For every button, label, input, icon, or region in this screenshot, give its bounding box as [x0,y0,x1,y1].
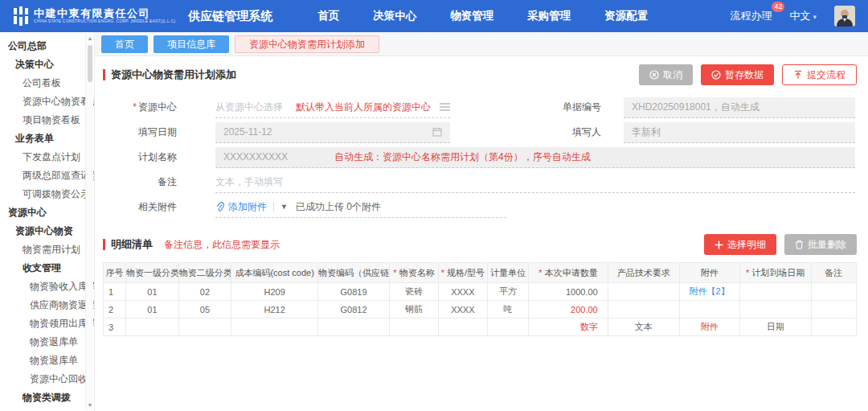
sidebar-item[interactable]: 物资调拨单 [0,407,94,411]
table-cell: 01 [126,283,179,301]
nav-item[interactable]: 首页 [317,9,339,23]
sidebar-item[interactable]: 物资类调拨 [0,388,94,407]
sidebar-item[interactable]: 决策中心 [0,55,94,74]
sidebar-item[interactable]: 两级总部巡查记录 [0,166,94,185]
sidebar-item[interactable]: 收支管理 [0,259,94,277]
table-cell: H209 [231,283,318,301]
process-center-link[interactable]: 流程办理 42 [730,9,772,23]
user-avatar[interactable] [834,6,855,27]
tab[interactable]: 资源中心物资需用计划添加 [235,35,379,53]
title-marker [103,69,105,80]
table-cell: G0819 [318,283,390,301]
company-name-en: CHINA STATE CONSTRUCTION ENGRG. CORP. (M… [34,19,175,24]
tab-bar: 首页项目信息库资源中心物资需用计划添加 [95,32,868,56]
doc-no-label: 单据编号 [511,101,601,114]
trash-icon [795,240,804,249]
remark-input[interactable]: 文本，手动填写 [215,172,855,193]
sidebar-item[interactable]: 物资验收入库单 [0,277,94,296]
chevron-down-icon: ▾ [813,13,817,21]
table-cell [608,283,679,301]
divider [273,202,274,212]
add-attachment-link[interactable]: 添加附件 [228,200,267,214]
fill-date-field[interactable]: 2025-11-12 [215,122,450,143]
table-row: 10102H209G0819瓷砖XXXX平方1000.00附件【2】 [104,283,857,301]
sidebar-item[interactable]: 可调拨物资公示 [0,185,94,203]
resource-center-note: 默认带入当前人所属的资源中心 [296,101,431,114]
page-title: 资源中心物资需用计划添加 [103,68,236,82]
nav-item[interactable]: 物资管理 [450,9,493,23]
fill-date-label: 填写日期 [103,125,177,139]
attachments-label: 相关附件 [103,200,177,214]
detail-table-body: 10102H209G0819瓷砖XXXX平方1000.00附件【2】20105H… [104,283,857,336]
title-marker [103,239,105,250]
scrollbar-thumb[interactable] [88,45,92,82]
table-cell [811,319,856,336]
table-cell: XXXX [438,301,487,319]
sidebar-item[interactable]: 公司总部 [0,37,94,55]
attachment-dropdown-icon[interactable]: ▼ [280,203,288,211]
nav-item[interactable]: 资源配置 [604,9,648,23]
table-cell [679,301,739,319]
column-header: 物资一级分类 [126,263,179,283]
column-header: 备注 [811,263,856,283]
sidebar-item[interactable]: 物资需用计划 [0,240,94,259]
sidebar-item[interactable]: 供应商物资退货单 [0,296,94,314]
cancel-icon [649,70,659,80]
sidebar-item[interactable]: 物资退库单 [0,333,94,351]
sidebar-item[interactable]: 物资领用出库单 [0,314,94,333]
sidebar-item[interactable]: 物资退库单 [0,351,94,370]
column-header: 成本编码(cost code) [231,263,318,283]
table-cell: 3 [104,319,126,336]
detail-table: 序号物资一级分类物资二级分类成本编码(cost code)物资编码（供应链）* … [103,262,857,336]
sidebar-item[interactable]: 资源中心物资 [0,222,94,240]
nav-item[interactable]: 采购管理 [527,9,571,23]
table-cell [390,319,439,336]
scroll-up-icon[interactable]: ▲ [86,35,94,41]
table-cell: 01 [126,301,179,319]
column-header: 计量单位 [487,263,529,283]
sidebar-item[interactable]: 业务表单 [0,129,94,148]
attachment-link-cell[interactable]: 附件【2】 [679,283,739,301]
cancel-button[interactable]: 取消 [639,64,693,85]
table-cell: 钢筋 [390,301,439,319]
column-header: * 本次申请数量 [529,263,608,283]
tab[interactable]: 项目信息库 [154,35,229,53]
submit-flow-button[interactable]: 提交流程 [782,64,857,85]
scroll-down-icon[interactable]: ▼ [86,402,94,408]
page-content: 资源中心物资需用计划添加 取消 暂存数据 提交流程 [95,56,868,411]
table-cell: 1000.00 [529,283,608,301]
notification-badge: 42 [772,2,784,12]
sidebar-item[interactable]: 资源中心 [0,203,94,222]
nav-item[interactable]: 决策中心 [373,9,416,23]
fill-person-label: 填写人 [511,125,601,139]
attachments-field: 添加附件 ▼ 已成功上传 0个附件 [215,197,506,218]
resource-center-select[interactable]: 从资源中心选择 默认带入当前人所属的资源中心 [215,97,450,118]
table-cell [126,319,179,336]
sidebar-item[interactable]: 资源中心物资看板 [0,92,94,111]
calendar-icon[interactable] [432,127,442,137]
batch-delete-button[interactable]: 批量删除 [784,234,857,255]
language-switcher[interactable]: 中文▾ [789,9,817,23]
plan-name-note: 自动生成：资源中心名称需用计划（第4份），序号自动生成 [334,150,591,164]
table-cell [608,301,679,319]
column-header: 物资二级分类 [178,263,231,283]
menu-lines-icon[interactable] [440,103,450,111]
sidebar-scrollbar[interactable]: ▲ ▼ [85,34,93,409]
table-cell: 05 [178,301,231,319]
table-row: 20105H212G0812钢筋XXXX吨200.00 [104,301,857,319]
select-detail-button[interactable]: 选择明细 [704,234,776,255]
table-cell [438,319,487,336]
table-cell: 吨 [487,301,529,319]
company-logo: 中建中東有限責任公司 CHINA STATE CONSTRUCTION ENGR… [13,6,175,26]
sidebar-item[interactable]: 公司看板 [0,74,94,92]
column-header: 序号 [104,263,126,283]
tab[interactable]: 首页 [101,35,148,53]
sidebar-item[interactable]: 下发盘点计划 [0,148,94,166]
table-cell [811,283,856,301]
table-row: 3数字文本附件日期 [104,319,857,336]
save-draft-button[interactable]: 暂存数据 [701,64,774,85]
sidebar-item[interactable]: 项目物资看板 [0,111,94,129]
sidebar-item[interactable]: 资源中心回收 [0,370,94,388]
table-cell: G0812 [318,301,390,319]
column-header: 附件 [679,263,739,283]
